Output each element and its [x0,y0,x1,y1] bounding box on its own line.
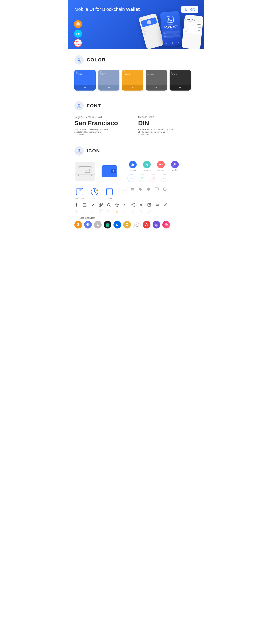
svg-point-17 [113,170,114,172]
font-section-header: 2 TWO FONT [74,101,198,110]
hero-badges: Ps 60+Screens [74,20,82,47]
ps-label: Ps [76,32,80,35]
color-swatch-orange: #F5A623 [122,70,143,90]
tool-icons-section: i [74,203,198,214]
svg-rect-64 [102,206,102,206]
crypto9-icon [152,221,160,228]
svg-point-21 [174,163,176,164]
nav-icons-outline-row [128,174,180,182]
exchange-icon [143,161,151,168]
check-outline-icon [90,209,95,214]
discover-icon-item: Discover [156,161,166,171]
icon-section: 3 THREE ICON [68,140,204,233]
tool-icons-row1 [74,203,198,207]
svg-rect-62 [102,205,102,206]
svg-marker-90 [88,222,90,225]
share-icon [131,203,135,207]
svg-line-4 [168,19,172,19]
font-section: 2 TWO FONT Regular · Medium · Bold San F… [68,95,204,140]
svg-rect-29 [80,190,82,191]
color-swatch-black: #303030 [170,70,191,90]
svg-rect-39 [108,193,110,194]
profile-icon [171,161,179,168]
svg-point-25 [164,177,165,178]
svg-rect-46 [155,188,158,190]
svg-rect-41 [123,188,126,190]
tool-icons-row2: i [74,209,198,214]
color-dot [179,87,181,88]
color-section-header: 1 ONE COLOR [74,55,198,64]
history-icon [90,187,99,196]
hero-title: Mobile UI for Blockchain Wallet [74,6,198,12]
font-sf-upper: ABCDEFGHIJKLMNOPQRSTUVWXYZ [74,128,134,130]
color-swatch-blue: #3574FA [74,70,96,90]
svg-rect-40 [106,188,112,190]
svg-marker-85 [115,210,119,213]
svg-point-24 [153,178,154,178]
exchange-outline-icon [138,174,146,182]
x-outline-icon [139,209,143,214]
nav-icons-container: Assets Exchange [128,161,180,182]
font-section-number: 2 TWO [74,101,84,110]
color-dot [108,87,110,88]
discover-icon [157,161,165,168]
svg-rect-38 [108,192,111,192]
circle-icon [146,187,151,191]
litecoin-icon: Ł [94,221,102,228]
order-icon-item: Order [104,187,115,199]
comment-icon [155,187,159,191]
color-dot [132,87,134,88]
svg-point-73 [140,204,142,206]
svg-point-23 [152,177,155,180]
phone-mockup-2: myWallet $6,297,502 .12 BTC ETH [160,11,182,46]
svg-point-45 [147,188,150,191]
svg-point-69 [132,204,132,205]
font-din-style: Medium · Bold [138,116,198,118]
search-outline-icon [107,209,111,214]
svg-rect-61 [101,205,102,206]
crypto4-icon [104,221,111,228]
order-icon [105,187,114,196]
search-icon [107,203,111,207]
plus-outline-icon [74,209,78,214]
zcash-icon: Z [123,221,131,228]
color-swatch-gray-blue: #8DA0C8 [98,70,120,90]
crypto-icons-row: ₿ Ł D Z [74,221,198,228]
grid-coin-icon [133,221,141,228]
icon-section-title: ICON [87,148,100,154]
moon-icon [138,187,143,191]
font-sf-name: San Francisco [74,120,134,127]
blockchain-line [74,218,78,218]
profile-outline-icon [161,174,168,182]
font-din-lower: abcdefghijklmnopqrstuvwxyz [138,131,198,133]
edit-outline-icon [82,209,87,214]
exchange-icon-item: Exchange [142,161,152,171]
svg-line-84 [110,212,110,213]
svg-rect-42 [131,188,134,189]
svg-rect-32 [77,194,80,194]
font-sf-numbers: 1234567890 [74,134,134,136]
svg-rect-31 [77,193,81,193]
hero-section: Mobile UI for Blockchain Wallet UI Kit P… [68,0,204,49]
history-icon-item: History [89,187,100,199]
font-din-name: DIN [138,120,198,127]
svg-rect-58 [100,204,100,204]
screens-badge: 60+Screens [74,39,82,47]
svg-rect-63 [101,206,102,206]
small-icons-row1: i [122,187,198,191]
profile-icon-item: Profile [170,161,180,171]
ps-badge: Ps [74,30,82,38]
font-sf-style: Regular · Medium · Bold [74,116,134,118]
phone-mockup-3: + $ 6,297,502.12 12-298 | 738-2003 BTC 7… [182,14,204,49]
svg-line-72 [132,205,134,206]
color-bottom-grayblue [98,84,120,90]
info-outline-icon: i [147,209,151,214]
color-top-blue: #3574FA [74,70,96,84]
app-icons-row: Mangment History Order [74,187,198,199]
svg-rect-27 [77,189,79,191]
font-sf: Regular · Medium · Bold San Francisco AB… [74,116,134,136]
star-icon [115,203,119,207]
management-icon [75,187,84,196]
wallet-solid-icon [100,161,121,183]
assets-outline-icon [128,174,135,182]
